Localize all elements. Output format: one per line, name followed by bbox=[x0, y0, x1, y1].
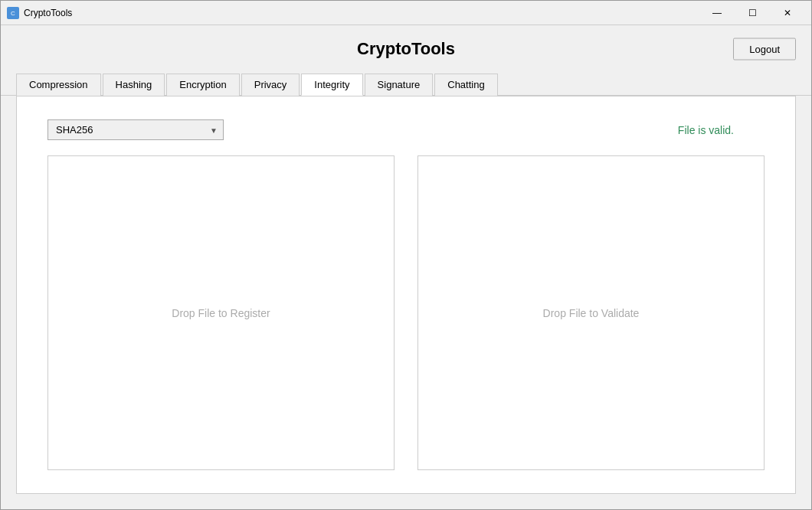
app-window: C CryptoTools — ☐ ✕ CryptoTools Logout C… bbox=[0, 0, 812, 510]
content-area: CryptoTools Logout Compression Hashing E… bbox=[1, 25, 811, 509]
tab-hashing[interactable]: Hashing bbox=[103, 74, 165, 96]
drop-zone-register[interactable]: Drop File to Register bbox=[47, 155, 395, 470]
title-bar-controls: — ☐ ✕ bbox=[699, 1, 805, 25]
tab-integrity[interactable]: Integrity bbox=[301, 74, 362, 96]
algorithm-select-wrapper: SHA256 SHA512 MD5 SHA1 ▼ bbox=[47, 119, 224, 140]
algorithm-select[interactable]: SHA256 SHA512 MD5 SHA1 bbox=[47, 119, 224, 140]
title-bar: C CryptoTools — ☐ ✕ bbox=[1, 1, 811, 25]
minimize-button[interactable]: — bbox=[699, 1, 735, 25]
tab-signature[interactable]: Signature bbox=[365, 74, 434, 96]
tab-privacy[interactable]: Privacy bbox=[241, 74, 300, 96]
tab-chatting[interactable]: Chatting bbox=[434, 74, 497, 96]
logout-button[interactable]: Logout bbox=[733, 38, 796, 60]
drop-register-label: Drop File to Register bbox=[172, 307, 270, 319]
close-button[interactable]: ✕ bbox=[770, 1, 805, 25]
drop-zones: Drop File to Register Drop File to Valid… bbox=[47, 155, 765, 470]
drop-zone-validate[interactable]: Drop File to Validate bbox=[417, 155, 765, 470]
drop-validate-label: Drop File to Validate bbox=[543, 307, 640, 319]
svg-text:C: C bbox=[11, 10, 15, 17]
file-status: File is valid. bbox=[678, 124, 734, 136]
title-bar-title: CryptoTools bbox=[24, 8, 699, 18]
integrity-panel: SHA256 SHA512 MD5 SHA1 ▼ File is valid. … bbox=[16, 96, 796, 494]
app-icon: C bbox=[7, 7, 19, 19]
maximize-button[interactable]: ☐ bbox=[735, 1, 770, 25]
tab-encryption[interactable]: Encryption bbox=[166, 74, 239, 96]
app-title: CryptoTools bbox=[357, 39, 455, 59]
app-header: CryptoTools Logout bbox=[1, 25, 811, 73]
tabs-bar: Compression Hashing Encryption Privacy I… bbox=[1, 73, 811, 96]
panel-top: SHA256 SHA512 MD5 SHA1 ▼ File is valid. bbox=[47, 119, 765, 140]
tab-compression[interactable]: Compression bbox=[16, 74, 101, 96]
